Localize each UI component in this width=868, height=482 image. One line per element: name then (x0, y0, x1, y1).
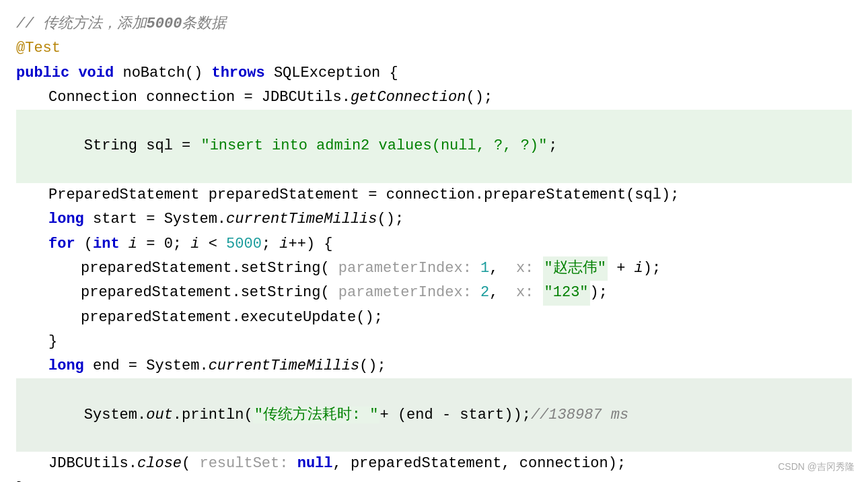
keyword-throws: throws (211, 61, 264, 85)
keyword-int: int (93, 232, 120, 256)
line-setstring2: preparedStatement.setString( parameterIn… (16, 281, 852, 305)
keyword-long: long (48, 207, 84, 232)
line-start-time: long start = System.currentTimeMillis(); (16, 207, 852, 232)
keyword-for: for (48, 232, 75, 256)
comment-text: // 传统方法，添加5000条数据 (16, 12, 226, 36)
line-end-time: long end = System.currentTimeMillis(); (16, 354, 852, 378)
keyword-long2: long (48, 354, 84, 378)
line-for-close: } (16, 330, 852, 354)
line-connection: Connection connection = JDBCUtils.getCon… (16, 85, 852, 110)
line-method-close: } (16, 477, 852, 482)
println-string: "传统方法耗时: " (253, 407, 380, 423)
line-annotation: @Test (16, 36, 852, 61)
line-setstring1: preparedStatement.setString( parameterIn… (16, 256, 852, 281)
watermark: CSDN @吉冈秀隆 (778, 459, 855, 474)
line-close-util: JDBCUtils.close( resultSet: null , prepa… (16, 452, 852, 476)
line-for: for ( int i = 0; i < 5000 ; i++) { (16, 232, 852, 256)
line-prepared-statement: PreparedStatement preparedStatement = co… (16, 183, 852, 207)
number-5000: 5000 (226, 232, 262, 256)
line-println: System.out.println("传统方法耗时: "+ (end - st… (16, 378, 852, 452)
keyword-public: public (16, 61, 69, 85)
keyword-void: void (78, 61, 114, 85)
sql-string: "insert into admin2 values(null, ?, ?)" (199, 137, 548, 154)
line-comment: // 传统方法，添加5000条数据 (16, 12, 852, 36)
annotation-text: @Test (16, 36, 61, 61)
code-container: // 传统方法，添加5000条数据 @Test public void noBa… (0, 0, 868, 482)
line-execute-update: preparedStatement.executeUpdate(); (16, 306, 852, 330)
keyword-null: null (297, 452, 333, 476)
line-signature: public void noBatch() throws SQLExceptio… (16, 61, 852, 85)
line-sql: String sql = "insert into admin2 values(… (16, 110, 852, 183)
